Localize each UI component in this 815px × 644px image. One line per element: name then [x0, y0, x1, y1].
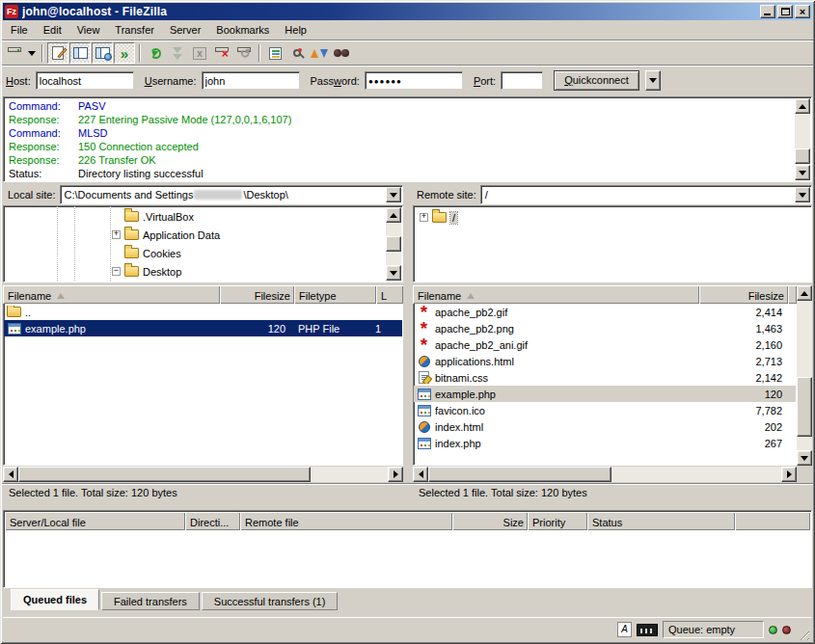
- toggle-message-log-button[interactable]: [47, 42, 68, 64]
- menu-edit[interactable]: Edit: [36, 22, 69, 39]
- column-filesize[interactable]: Filesize: [220, 285, 294, 304]
- toggle-queue-button[interactable]: »: [114, 42, 135, 64]
- file-row[interactable]: index.html 202: [414, 418, 796, 435]
- disconnect-button[interactable]: ×: [211, 42, 232, 64]
- scroll-thumb[interactable]: [18, 467, 311, 482]
- menu-transfer[interactable]: Transfer: [107, 22, 162, 39]
- file-row[interactable]: favicon.ico 7,782: [414, 402, 796, 418]
- column-priority[interactable]: Priority: [528, 512, 587, 530]
- quickconnect-button[interactable]: Quickconnect: [554, 70, 639, 91]
- site-manager-dropdown[interactable]: [26, 42, 38, 64]
- remote-list-scrollbar[interactable]: [797, 285, 812, 466]
- cancel-operation-button[interactable]: x: [189, 42, 210, 64]
- toggle-remote-tree-button[interactable]: [92, 42, 113, 64]
- selected-file-row[interactable]: example.php 120 PHP File 1: [4, 320, 402, 336]
- tree-item-cookies[interactable]: Cookies: [112, 244, 181, 262]
- scroll-down-button[interactable]: [797, 450, 812, 466]
- column-remote-file[interactable]: Remote file: [240, 512, 452, 530]
- local-directory-tree[interactable]: .VirtualBox +Application Data Cookies −D…: [3, 205, 403, 282]
- column-server-local-file[interactable]: Server/Local file: [5, 512, 185, 530]
- tab-failed-transfers[interactable]: Failed transfers: [101, 592, 200, 610]
- local-list-hscrollbar[interactable]: [3, 467, 403, 482]
- reconnect-button[interactable]: ↺: [233, 42, 255, 64]
- host-input[interactable]: [36, 71, 134, 90]
- local-tree-scrollbar[interactable]: [386, 207, 401, 281]
- site-manager-button[interactable]: [4, 42, 25, 64]
- menu-view[interactable]: View: [69, 22, 108, 39]
- file-row[interactable]: index.php 267: [414, 435, 796, 451]
- file-row[interactable]: *apache_pb2.gif 2,414: [414, 304, 796, 320]
- column-filename[interactable]: Filename: [413, 285, 699, 304]
- scroll-down-button[interactable]: [795, 165, 810, 180]
- port-input[interactable]: [501, 71, 543, 90]
- column-filename[interactable]: Filename: [3, 285, 220, 304]
- selected-file-row[interactable]: example.php 120: [414, 386, 796, 402]
- scroll-down-button[interactable]: [386, 265, 401, 281]
- column-status[interactable]: Status: [587, 512, 735, 530]
- scroll-thumb[interactable]: [795, 148, 810, 164]
- log-scrollbar[interactable]: [795, 98, 810, 180]
- updir-row[interactable]: ..: [4, 304, 402, 320]
- menu-bookmarks[interactable]: Bookmarks: [208, 22, 277, 39]
- scroll-right-button[interactable]: [781, 467, 797, 482]
- scroll-thumb[interactable]: [386, 236, 401, 252]
- find-files-button[interactable]: [331, 42, 352, 64]
- toggle-local-tree-button[interactable]: [69, 42, 91, 64]
- local-site-dropdown[interactable]: [386, 187, 401, 202]
- scroll-left-button[interactable]: [3, 467, 18, 482]
- file-row[interactable]: bitnami.css 2,142: [414, 369, 796, 386]
- maximize-button[interactable]: [777, 5, 793, 18]
- password-input[interactable]: [365, 71, 463, 90]
- process-queue-button[interactable]: [167, 42, 188, 64]
- username-input[interactable]: [202, 71, 300, 90]
- scroll-up-button[interactable]: [386, 207, 401, 223]
- tree-item-virtualbox[interactable]: .VirtualBox: [112, 207, 194, 226]
- log-line: Status:Directory listing successful: [5, 167, 795, 180]
- column-size[interactable]: Size: [452, 512, 528, 530]
- tab-successful-transfers[interactable]: Successful transfers (1): [202, 592, 339, 610]
- apache-file-icon: *: [421, 308, 427, 317]
- menu-server[interactable]: Server: [162, 22, 208, 39]
- scroll-up-button[interactable]: [795, 98, 810, 114]
- remote-directory-tree[interactable]: + /: [413, 205, 812, 282]
- local-site-combo[interactable]: C:\Documents and Settings\Desktop\: [60, 185, 403, 204]
- remote-site-dropdown[interactable]: [795, 187, 810, 202]
- triangle-left-icon: [9, 470, 14, 478]
- menu-file[interactable]: File: [3, 22, 36, 39]
- column-last-modified[interactable]: L: [376, 285, 403, 304]
- directory-filters-button[interactable]: [264, 42, 285, 64]
- menu-help[interactable]: Help: [277, 22, 314, 39]
- synchronized-browsing-button[interactable]: [309, 42, 330, 64]
- quickconnect-dropdown[interactable]: [645, 70, 661, 91]
- refresh-button[interactable]: [145, 42, 166, 64]
- transfer-queue[interactable]: Server/Local file Directi... Remote file…: [3, 510, 812, 588]
- message-log-content: Command:PASV Response:227 Entering Passi…: [5, 98, 795, 180]
- expand-icon[interactable]: +: [112, 230, 121, 239]
- column-direction[interactable]: Directi...: [185, 512, 240, 530]
- scroll-thumb[interactable]: [797, 377, 812, 437]
- remote-file-list[interactable]: *apache_pb2.gif 2,414 *apache_pb2.png 1,…: [413, 304, 797, 466]
- local-file-list[interactable]: .. example.php 120 PHP File 1: [3, 304, 403, 466]
- tree-item-root[interactable]: + /: [420, 208, 457, 227]
- file-row[interactable]: *apache_pb2_ani.gif 2,160: [414, 336, 796, 353]
- file-row[interactable]: applications.html 2,713: [414, 353, 796, 369]
- file-row[interactable]: *apache_pb2.png 1,463: [414, 320, 796, 336]
- scroll-thumb[interactable]: [428, 467, 611, 482]
- close-button[interactable]: ×: [795, 5, 810, 18]
- column-filetype[interactable]: Filetype: [294, 285, 376, 304]
- title-bar[interactable]: Fz john@localhost - FileZilla ×: [3, 3, 812, 20]
- tree-item-application-data[interactable]: +Application Data: [112, 226, 220, 244]
- remote-site-combo[interactable]: /: [480, 185, 812, 204]
- scroll-up-button[interactable]: [797, 285, 812, 301]
- resize-grip[interactable]: [796, 627, 809, 640]
- tab-queued-files[interactable]: Queued files: [11, 589, 99, 610]
- scroll-right-button[interactable]: [388, 467, 403, 482]
- tree-item-desktop[interactable]: −Desktop: [112, 262, 181, 281]
- remote-list-hscrollbar[interactable]: [413, 467, 797, 482]
- collapse-icon[interactable]: −: [112, 267, 121, 276]
- expand-icon[interactable]: +: [420, 213, 428, 222]
- compare-directories-button[interactable]: [286, 42, 308, 64]
- scroll-left-button[interactable]: [413, 467, 428, 482]
- column-filesize[interactable]: Filesize: [699, 285, 788, 304]
- minimize-button[interactable]: [760, 5, 775, 18]
